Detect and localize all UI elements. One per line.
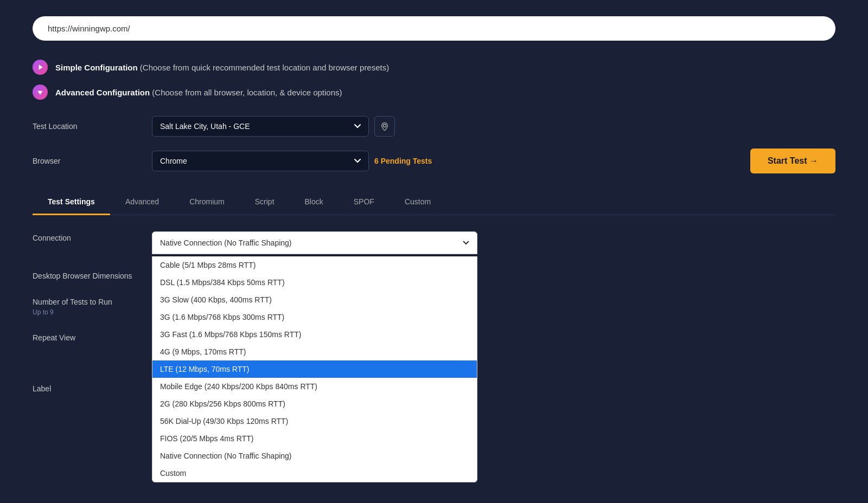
connection-dropdown-wrapper: Native Connection (No Traffic Shaping) C…	[152, 231, 477, 254]
connection-select-display[interactable]: Native Connection (No Traffic Shaping)	[152, 231, 477, 254]
number-of-tests-label: Number of Tests to Run Up to 9	[33, 295, 141, 316]
connection-option-4g[interactable]: 4G (9 Mbps, 170ms RTT)	[152, 343, 477, 360]
connection-option-3g-slow[interactable]: 3G Slow (400 Kbps, 400ms RTT)	[152, 291, 477, 308]
connection-option-3g[interactable]: 3G (1.6 Mbps/768 Kbps 300ms RTT)	[152, 308, 477, 326]
simple-config-icon[interactable]	[33, 60, 48, 75]
connection-option-native[interactable]: Native Connection (No Traffic Shaping)	[152, 447, 477, 465]
browser-select[interactable]: Chrome	[152, 151, 369, 171]
url-bar-container	[33, 16, 835, 41]
connection-option-fios[interactable]: FIOS (20/5 Mbps 4ms RTT)	[152, 430, 477, 447]
simple-config-title: Simple Configuration	[55, 63, 138, 72]
tab-custom[interactable]: Custom	[390, 190, 446, 215]
connection-option-56k[interactable]: 56K Dial-Up (49/30 Kbps 120ms RTT)	[152, 412, 477, 430]
svg-marker-1	[37, 91, 42, 95]
connection-option-3g-fast[interactable]: 3G Fast (1.6 Mbps/768 Kbps 150ms RTT)	[152, 326, 477, 343]
url-input[interactable]	[33, 16, 835, 41]
number-of-tests-title: Number of Tests to Run	[33, 298, 112, 306]
simple-config-label: Simple Configuration (Choose from quick …	[55, 63, 389, 72]
connection-option-cable[interactable]: Cable (5/1 Mbps 28ms RTT)	[152, 256, 477, 274]
capture-video-label-spacer	[33, 357, 141, 359]
advanced-config-row: Advanced Configuration (Choose from all …	[33, 85, 835, 100]
browser-row: Browser Chrome 6 Pending Tests Start Tes…	[33, 149, 835, 173]
simple-config-desc: (Choose from quick recommended test loca…	[140, 63, 389, 72]
advanced-config-desc: (Choose from all browser, location, & de…	[152, 88, 342, 97]
number-of-tests-sublabel: Up to 9	[33, 308, 141, 316]
tab-advanced[interactable]: Advanced	[110, 190, 174, 215]
tab-test-settings[interactable]: Test Settings	[33, 190, 110, 215]
start-test-button[interactable]: Start Test →	[750, 149, 835, 173]
connection-option-custom[interactable]: Custom	[152, 465, 477, 482]
connection-dropdown-list: Cable (5/1 Mbps 28ms RTT) DSL (1.5 Mbps/…	[152, 256, 477, 482]
pending-tests-badge: 6 Pending Tests	[374, 157, 432, 165]
connection-option-2g[interactable]: 2G (280 Kbps/256 Kbps 800ms RTT)	[152, 395, 477, 412]
connection-label: Connection	[33, 231, 141, 242]
tab-block[interactable]: Block	[290, 190, 339, 215]
tab-spof[interactable]: SPOF	[339, 190, 390, 215]
form-section: Test Location Salt Lake City, Utah - GCE…	[33, 116, 835, 173]
label-field-label: Label	[33, 382, 141, 393]
connection-row: Connection Native Connection (No Traffic…	[33, 231, 835, 254]
tab-chromium[interactable]: Chromium	[174, 190, 240, 215]
tabs-container: Test Settings Advanced Chromium Script B…	[33, 190, 835, 215]
test-location-label: Test Location	[33, 122, 141, 131]
connection-current-value: Native Connection (No Traffic Shaping)	[160, 238, 292, 247]
advanced-config-title: Advanced Configuration	[55, 88, 150, 97]
test-location-control-group: Salt Lake City, Utah - GCE	[152, 116, 395, 137]
advanced-config-icon[interactable]	[33, 85, 48, 100]
repeat-view-label: Repeat View	[33, 331, 141, 342]
svg-point-2	[383, 124, 386, 127]
browser-label: Browser	[33, 157, 141, 165]
settings-content: Connection Native Connection (No Traffic…	[33, 215, 835, 403]
browser-row-right: Chrome 6 Pending Tests Start Test →	[152, 149, 835, 173]
tabs: Test Settings Advanced Chromium Script B…	[33, 190, 835, 215]
advanced-config-label: Advanced Configuration (Choose from all …	[55, 88, 342, 97]
connection-option-mobile-edge[interactable]: Mobile Edge (240 Kbps/200 Kbps 840ms RTT…	[152, 378, 477, 395]
test-location-row: Test Location Salt Lake City, Utah - GCE	[33, 116, 835, 137]
location-icon-button[interactable]	[374, 116, 395, 137]
connection-option-dsl[interactable]: DSL (1.5 Mbps/384 Kbps 50ms RTT)	[152, 274, 477, 291]
tab-script[interactable]: Script	[240, 190, 290, 215]
simple-config-row: Simple Configuration (Choose from quick …	[33, 60, 835, 75]
connection-option-lte[interactable]: LTE (12 Mbps, 70ms RTT)	[152, 360, 477, 378]
test-location-select[interactable]: Salt Lake City, Utah - GCE	[152, 116, 369, 137]
desktop-browser-dimensions-label: Desktop Browser Dimensions	[33, 269, 141, 280]
svg-marker-0	[39, 65, 43, 69]
